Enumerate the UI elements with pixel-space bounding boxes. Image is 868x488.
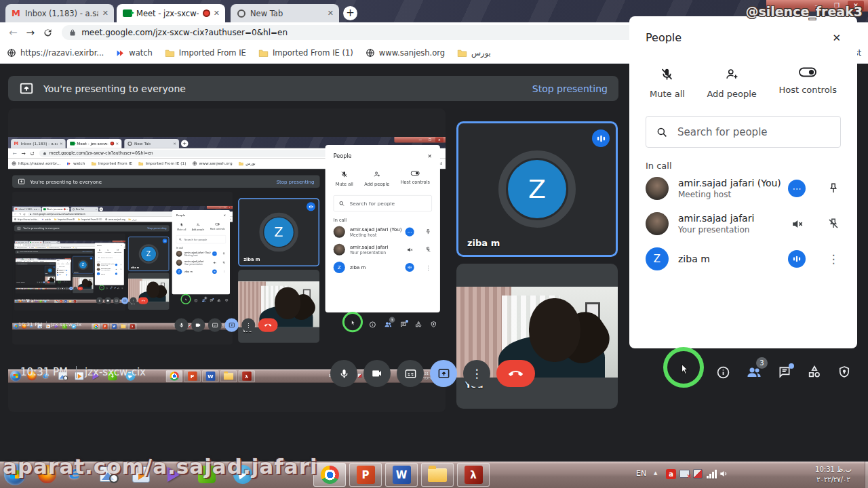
- bookmark-sanjesh[interactable]: www.sanjesh.org: [61, 247, 71, 248]
- tab-meet[interactable]: Meet - jzx-sxcw-cix ✕: [67, 139, 122, 148]
- pin-off-icon[interactable]: [826, 218, 841, 230]
- close-tab-icon[interactable]: ✕: [116, 142, 119, 146]
- participant-row[interactable]: Z ziba m ⋮: [95, 272, 124, 277]
- add-people-button[interactable]: Add people: [192, 223, 205, 231]
- more-options-button[interactable]: ⋮: [241, 319, 255, 332]
- chat-icon[interactable]: [114, 287, 116, 289]
- participant-tile-ziba[interactable]: Z ziba m: [238, 198, 319, 266]
- search-box[interactable]: [334, 195, 432, 211]
- host-controls-button[interactable]: Host controls: [210, 223, 225, 231]
- tab-gmail[interactable]: M Inbox (1,183) - a.sajad.jafari@gm ✕: [14, 207, 41, 211]
- bookmark-bourse[interactable]: بورس: [457, 48, 491, 58]
- taskbar-powerpoint-button[interactable]: P: [184, 370, 201, 382]
- taskbar-acrobat-button[interactable]: λ: [457, 463, 490, 487]
- taskbar-powerpoint-button[interactable]: P: [349, 463, 382, 487]
- tray-expand-icon[interactable]: ▲: [654, 470, 657, 476]
- back-button[interactable]: ←: [13, 150, 17, 156]
- signal-tray-icon[interactable]: [707, 470, 717, 479]
- forward-button[interactable]: →: [26, 28, 35, 38]
- captions-button[interactable]: [397, 360, 424, 387]
- search-box[interactable]: [57, 266, 70, 268]
- participant-tile-ziba[interactable]: Z ziba m: [73, 256, 93, 274]
- address-bar[interactable]: meet.google.com/jzx-sxcw-cix?authuser=0&…: [28, 212, 182, 216]
- bookmark-razavi[interactable]: https://razavi.exirbr...: [12, 161, 60, 166]
- add-people-button[interactable]: Add people: [61, 262, 64, 264]
- participant-row[interactable]: Z ziba m ⋮: [629, 241, 857, 277]
- taskbar-chrome-button[interactable]: [92, 323, 100, 329]
- people-panel-icon[interactable]: 3: [110, 287, 112, 289]
- mute-all-button[interactable]: Mute all: [98, 249, 102, 253]
- tab-gmail[interactable]: M Inbox (1,183) - a.sajad.jafari@gm ✕: [15, 241, 28, 243]
- people-panel-icon[interactable]: 3: [384, 321, 392, 329]
- taskbar-explorer-button[interactable]: [68, 300, 73, 302]
- add-people-button[interactable]: Add people: [707, 67, 756, 99]
- close-tab-icon[interactable]: ✕: [214, 9, 220, 18]
- close-window-button[interactable]: ✕: [435, 138, 443, 143]
- back-button[interactable]: ←: [14, 213, 16, 216]
- taskbar-powerpoint-button[interactable]: P: [101, 323, 109, 329]
- camera-button[interactable]: [363, 360, 391, 387]
- participant-row[interactable]: amir.sajad jafari Your presentation: [172, 258, 230, 267]
- taskbar-acrobat-button[interactable]: λ: [128, 323, 136, 329]
- participant-row[interactable]: amir.sajad jafari (You) Meeting host ⋯: [95, 262, 124, 267]
- taskbar-acrobat-button[interactable]: λ: [45, 288, 47, 289]
- new-tab-button[interactable]: +: [37, 259, 38, 260]
- close-panel-icon[interactable]: ✕: [428, 152, 432, 159]
- language-indicator[interactable]: EN: [636, 469, 646, 478]
- mute-all-button[interactable]: Mute all: [177, 223, 186, 231]
- meeting-details-icon[interactable]: [106, 287, 108, 289]
- participant-menu-icon[interactable]: ⋮: [222, 270, 226, 273]
- taskbar-word-button[interactable]: W: [110, 323, 118, 329]
- host-controls-shield-icon[interactable]: [430, 321, 437, 328]
- tray-clock[interactable]: 10:31 ب.ظ ۲۰۲۲/۲۷/۰۲: [804, 464, 863, 485]
- present-button[interactable]: [69, 287, 73, 290]
- participant-tile-ziba[interactable]: Z ziba m: [45, 266, 55, 274]
- activities-icon[interactable]: [415, 321, 422, 328]
- tab-gmail[interactable]: M Inbox (1,183) - a.sajad.jafari@gm ✕: [16, 258, 22, 260]
- tab-new-tab[interactable]: New Tab ✕: [124, 139, 179, 148]
- stop-presenting-button[interactable]: Stop presenting: [147, 227, 166, 230]
- network-error-tray-icon[interactable]: [679, 470, 690, 478]
- back-button[interactable]: ←: [16, 244, 17, 245]
- pin-icon[interactable]: [222, 252, 226, 256]
- maximize-button[interactable]: ❐: [426, 138, 434, 143]
- taskbar-explorer-button[interactable]: [421, 463, 454, 487]
- more-options-button[interactable]: ⋮: [73, 287, 77, 290]
- chat-icon[interactable]: [66, 282, 66, 283]
- bookmark-imported-ie[interactable]: Imported From IE: [165, 48, 246, 58]
- forward-button[interactable]: →: [19, 213, 21, 216]
- tab-gmail[interactable]: M Inbox (1,183) - a.sajad.jafari@gm ✕: [11, 139, 66, 148]
- add-people-button[interactable]: Add people: [364, 171, 389, 187]
- refresh-button[interactable]: [43, 28, 53, 38]
- tray-misc-icon[interactable]: [693, 469, 703, 479]
- close-tab-icon[interactable]: ✕: [27, 242, 28, 243]
- search-box[interactable]: [176, 235, 226, 243]
- taskbar-powerpoint-button[interactable]: P: [59, 300, 63, 302]
- participant-row[interactable]: amir.sajad jafari (You) Meeting host ⋯: [326, 223, 440, 241]
- microphone-button[interactable]: [96, 298, 103, 304]
- bookmark-bourse[interactable]: بورس: [128, 218, 137, 221]
- leave-call-button[interactable]: [496, 360, 535, 387]
- close-tab-icon[interactable]: ✕: [60, 142, 63, 146]
- pin-icon[interactable]: [826, 182, 841, 195]
- bookmark-razavi[interactable]: https://razavi.exirbr...: [15, 247, 27, 248]
- meeting-details-icon[interactable]: [716, 365, 730, 380]
- pin-off-icon[interactable]: [222, 261, 226, 264]
- host-controls-shield-icon[interactable]: [121, 287, 123, 289]
- close-window-button[interactable]: ✕: [227, 206, 231, 209]
- close-panel-icon[interactable]: ✕: [832, 32, 841, 44]
- bookmark-imported-ie-1[interactable]: Imported From IE (1): [78, 218, 102, 221]
- tab-new-tab[interactable]: New Tab ✕: [44, 241, 58, 243]
- close-tab-icon[interactable]: ✕: [66, 208, 68, 210]
- participant-menu-icon[interactable]: ⋮: [68, 274, 69, 275]
- activities-icon[interactable]: [117, 287, 119, 289]
- forward-button[interactable]: →: [21, 150, 25, 156]
- activities-icon[interactable]: [67, 282, 68, 283]
- more-options-button[interactable]: ⋮: [130, 298, 136, 304]
- refresh-button[interactable]: [23, 213, 26, 216]
- present-button[interactable]: [121, 298, 128, 304]
- chat-icon[interactable]: [210, 299, 213, 302]
- host-controls-shield-icon[interactable]: [69, 282, 70, 283]
- tab-meet[interactable]: Meet - jzx-sxcw-cix ✕: [29, 241, 43, 243]
- taskbar-word-button[interactable]: W: [385, 463, 418, 487]
